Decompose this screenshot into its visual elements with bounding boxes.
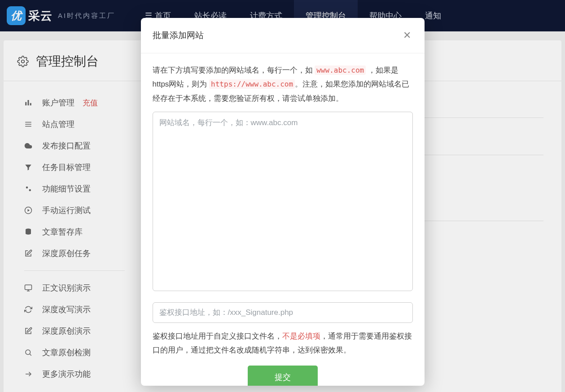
modal-description: 请在下方填写要添加的网站域名，每行一个，如 www.abc.com ，如果是ht…: [153, 63, 413, 105]
auth-url-input[interactable]: [153, 302, 413, 323]
modal-title: 批量添加网站: [153, 30, 204, 41]
modal-body: 请在下方填写要添加的网站域名，每行一个，如 www.abc.com ，如果是ht…: [141, 53, 425, 386]
domains-textarea[interactable]: [153, 112, 413, 291]
batch-add-modal: 批量添加网站 ✕ 请在下方填写要添加的网站域名，每行一个，如 www.abc.c…: [141, 18, 425, 386]
close-icon[interactable]: ✕: [401, 28, 413, 43]
auth-note: 鉴权接口地址用于自定义接口文件名，不是必填项，通常用于需要通用鉴权接口的用户，通…: [153, 329, 413, 357]
submit-button[interactable]: 提交: [248, 366, 318, 386]
modal-header: 批量添加网站 ✕: [141, 18, 425, 53]
